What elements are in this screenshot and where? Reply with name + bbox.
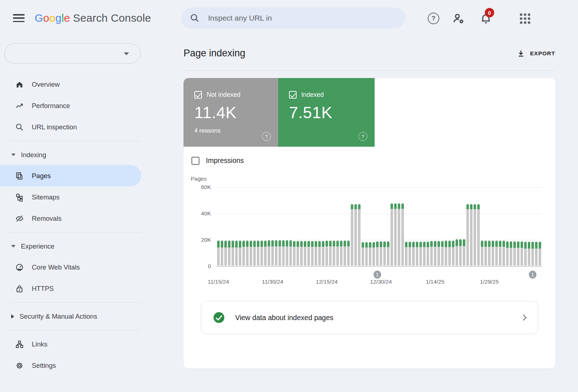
question-icon[interactable]: ? bbox=[358, 132, 367, 141]
chart-bar[interactable] bbox=[372, 242, 375, 266]
chart-bar[interactable] bbox=[246, 241, 249, 266]
chart-bar[interactable] bbox=[239, 241, 241, 266]
not-indexed-card[interactable]: Not indexed 11.4K 4 reasons ? bbox=[184, 78, 278, 147]
chart-bar[interactable] bbox=[311, 241, 314, 266]
chart-bar[interactable] bbox=[275, 240, 277, 266]
chart-bar[interactable] bbox=[492, 241, 494, 266]
chart-bar[interactable] bbox=[499, 241, 501, 266]
chart-bar[interactable] bbox=[506, 241, 509, 266]
sidebar-section-security[interactable]: Security & Manual Actions bbox=[0, 306, 165, 327]
chart-bar[interactable] bbox=[383, 241, 386, 266]
chart-bar[interactable] bbox=[358, 204, 361, 266]
chart-bar[interactable] bbox=[264, 241, 267, 266]
chart-bar[interactable] bbox=[325, 241, 328, 266]
sidebar-item-settings[interactable]: Settings bbox=[0, 355, 165, 376]
chart-bar[interactable] bbox=[362, 242, 364, 266]
chart-bar[interactable] bbox=[232, 241, 234, 266]
chart-bar[interactable] bbox=[344, 241, 346, 266]
help-button[interactable]: ? bbox=[427, 12, 440, 25]
chart-bar[interactable] bbox=[445, 241, 447, 266]
chart-bar[interactable] bbox=[279, 240, 281, 266]
chart-bar[interactable] bbox=[293, 241, 296, 266]
chart-bar[interactable] bbox=[535, 242, 538, 266]
chart-bar[interactable] bbox=[513, 241, 516, 266]
search-input[interactable] bbox=[207, 13, 381, 23]
sidebar-section-indexing[interactable]: Indexing bbox=[0, 145, 165, 165]
chart-bar[interactable] bbox=[495, 241, 498, 266]
chart-bar[interactable] bbox=[488, 241, 491, 266]
chart-bar[interactable] bbox=[394, 203, 397, 266]
chart-bar[interactable] bbox=[318, 241, 321, 266]
chart-bar[interactable] bbox=[257, 241, 259, 266]
chart-bar[interactable] bbox=[307, 241, 310, 266]
sidebar-item-links[interactable]: Links bbox=[0, 333, 165, 355]
chart-bar[interactable] bbox=[441, 241, 444, 266]
chart-bar[interactable] bbox=[448, 241, 451, 266]
chart-bar[interactable] bbox=[347, 241, 350, 266]
chart-bar[interactable] bbox=[412, 242, 415, 266]
notifications-button[interactable]: 0 bbox=[479, 12, 493, 25]
chart-bar[interactable] bbox=[289, 240, 292, 266]
sidebar-item-sitemaps[interactable]: Sitemaps bbox=[0, 186, 165, 208]
sidebar-section-experience[interactable]: Experience bbox=[0, 236, 165, 257]
chart-bar[interactable] bbox=[477, 204, 480, 266]
chart-bar[interactable] bbox=[315, 241, 317, 266]
property-selector[interactable] bbox=[4, 43, 141, 64]
sidebar-item-removals[interactable]: Removals bbox=[0, 208, 165, 229]
chart-bar[interactable] bbox=[351, 204, 353, 266]
unchecked-checkbox-icon[interactable] bbox=[191, 157, 199, 165]
chart-bar[interactable] bbox=[434, 241, 436, 266]
chart-bar[interactable] bbox=[286, 240, 288, 266]
chart-bar[interactable] bbox=[365, 242, 368, 266]
chart-bar[interactable] bbox=[271, 240, 274, 266]
chart-annotation-marker[interactable]: 1 bbox=[529, 271, 536, 279]
chart-bar[interactable] bbox=[456, 239, 458, 266]
view-indexed-data-link[interactable]: View data about indexed pages bbox=[201, 301, 538, 334]
chart-bar[interactable] bbox=[391, 203, 393, 266]
impressions-toggle[interactable]: Impressions bbox=[191, 156, 555, 165]
chart-bar[interactable] bbox=[398, 203, 400, 266]
chart-bar[interactable] bbox=[322, 241, 324, 266]
chart-bar[interactable] bbox=[452, 241, 454, 266]
indexed-card[interactable]: Indexed 7.51K ? bbox=[278, 78, 375, 147]
chart-bar[interactable] bbox=[387, 241, 389, 266]
chart-bar[interactable] bbox=[481, 241, 483, 266]
chart-bar[interactable] bbox=[463, 239, 465, 266]
chart-bar[interactable] bbox=[224, 241, 227, 266]
sidebar-item-performance[interactable]: Performance bbox=[0, 95, 165, 116]
chart-bar[interactable] bbox=[502, 241, 505, 266]
menu-icon[interactable] bbox=[13, 14, 25, 22]
chart-bar[interactable] bbox=[376, 241, 379, 266]
chart-bar[interactable] bbox=[405, 242, 407, 266]
sidebar-item-overview[interactable]: Overview bbox=[0, 74, 165, 95]
google-apps-button[interactable] bbox=[518, 12, 532, 25]
chart-bar[interactable] bbox=[416, 242, 418, 266]
sidebar-item-pages[interactable]: Pages bbox=[0, 165, 141, 186]
sidebar-item-https[interactable]: HTTPS bbox=[0, 278, 165, 299]
sidebar-item-core-web-vitals[interactable]: Core Web Vitals bbox=[0, 257, 165, 278]
export-button[interactable]: EXPORT bbox=[517, 49, 555, 57]
chart-bar[interactable] bbox=[217, 241, 220, 266]
chart-bar[interactable] bbox=[354, 204, 357, 266]
chart-bar[interactable] bbox=[437, 241, 440, 266]
chart-bar[interactable] bbox=[531, 242, 534, 266]
chart-bar[interactable] bbox=[521, 241, 523, 266]
chart-bar[interactable] bbox=[409, 242, 411, 266]
chart-bar[interactable] bbox=[423, 242, 426, 266]
chart-bar[interactable] bbox=[484, 241, 487, 266]
chart-bar[interactable] bbox=[260, 241, 263, 266]
chart-bar[interactable] bbox=[221, 241, 223, 266]
chart-bar[interactable] bbox=[253, 241, 256, 266]
chart-bar[interactable] bbox=[466, 204, 469, 266]
chart-bar[interactable] bbox=[510, 241, 512, 266]
chart-bar[interactable] bbox=[304, 241, 306, 266]
chart-bar[interactable] bbox=[268, 240, 270, 266]
chart-bar[interactable] bbox=[539, 242, 541, 266]
chart-bar[interactable] bbox=[329, 241, 332, 266]
chart-bar[interactable] bbox=[517, 241, 519, 266]
url-inspect-searchbar[interactable] bbox=[181, 8, 405, 29]
chart-bar[interactable] bbox=[250, 241, 252, 266]
chart-bar[interactable] bbox=[340, 241, 342, 266]
chart-bar[interactable] bbox=[427, 242, 429, 266]
sidebar-item-url-inspection[interactable]: URL inspection bbox=[0, 116, 165, 138]
